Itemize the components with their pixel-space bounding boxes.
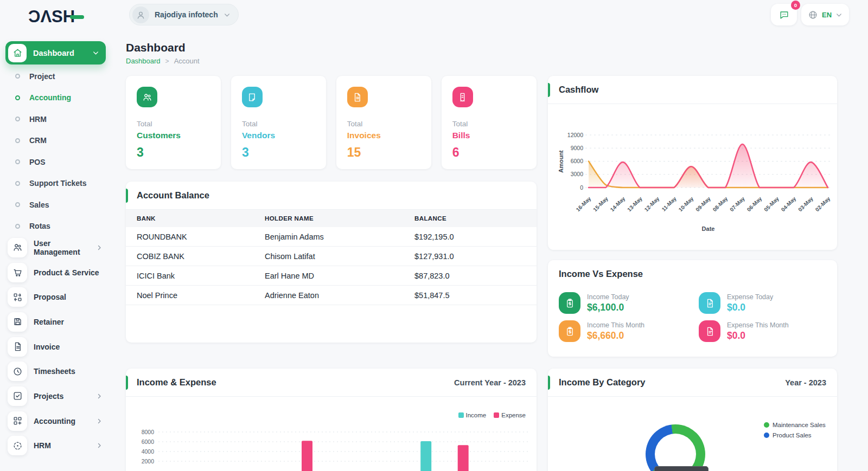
messages-button[interactable]: 0: [771, 4, 797, 25]
svg-text:Date: Date: [702, 225, 715, 232]
table-cell: Chisom Latifat: [260, 247, 410, 266]
sidebar-item-invoice[interactable]: Invoice: [0, 334, 117, 359]
ive-value: $0.0: [727, 330, 789, 341]
table-cell: COBIZ BANK: [126, 247, 260, 266]
legend-item-product-sales[interactable]: Product Sales: [764, 432, 826, 438]
sidebar-item-dashboard[interactable]: Dashboard: [5, 41, 106, 64]
ive-item-income-today: Income Today$6,100.0: [559, 292, 699, 314]
ive-label: Income Today: [587, 293, 629, 301]
bullet-ring-icon: [15, 138, 20, 143]
chevron-down-icon: [92, 49, 99, 56]
workspace-dropdown[interactable]: Rajodiya infotech: [129, 4, 239, 25]
expense-file-icon: [699, 320, 720, 342]
sidebar-subitem-sales[interactable]: Sales: [0, 194, 117, 216]
svg-text:10-May: 10-May: [678, 195, 695, 212]
svg-text:9000: 9000: [571, 145, 584, 151]
stat-label: Invoices: [347, 131, 420, 140]
svg-text:6000: 6000: [571, 158, 584, 164]
table-cell: Adrienne Eaton: [260, 286, 410, 305]
ive-label: Expense Today: [727, 293, 773, 301]
sidebar-item-user-management[interactable]: User Management: [0, 235, 117, 260]
stat-label: Vendors: [242, 131, 315, 140]
sidebar-subitem-accounting[interactable]: Accounting: [0, 87, 117, 109]
stat-cards: TotalCustomers3TotalVendors3TotalInvoice…: [126, 76, 537, 169]
income-expense-card: Income & Expense Current Year - 2023 Inc…: [126, 369, 537, 471]
projects-icon: [8, 386, 27, 406]
income-by-category-card: Income By Category Year - 2023 Maintenan…: [548, 369, 837, 471]
invoice-file-icon: [347, 87, 368, 107]
retainer-icon: [8, 312, 27, 332]
sidebar-item-product-service[interactable]: Product & Service: [0, 260, 117, 285]
chevron-right-icon: [96, 393, 103, 399]
table-cell: $51,847.5: [410, 286, 537, 305]
ive-item-income-this-month: Income This Month$6,660.0: [559, 320, 699, 342]
table-cell: Noel Prince: [126, 286, 260, 305]
sidebar-subitem-hrm[interactable]: HRM: [0, 108, 117, 130]
table-row: Noel PrinceAdrienne Eaton$51,847.5: [126, 286, 537, 305]
donut-hole: [655, 434, 696, 471]
stat-value: 3: [242, 145, 315, 160]
app-logo[interactable]: ƆΛSH: [28, 7, 85, 27]
income-by-category-title: Income By Category: [559, 377, 646, 388]
sidebar-item-proposal[interactable]: Proposal: [0, 285, 117, 309]
svg-text:16-May: 16-May: [575, 195, 592, 212]
breadcrumb-account: Account: [174, 57, 200, 65]
svg-text:13-May: 13-May: [626, 195, 643, 212]
svg-text:03-May: 03-May: [797, 195, 814, 212]
sidebar-subitem-project[interactable]: Project: [0, 66, 117, 87]
svg-text:11-May: 11-May: [661, 195, 678, 212]
table-cell: ICICI Bank: [126, 266, 260, 286]
sidebar-subitem-rotas[interactable]: Rotas: [0, 216, 117, 237]
chevron-down-icon: [224, 11, 231, 18]
svg-text:08-May: 08-May: [712, 195, 729, 212]
stat-card-vendors: TotalVendors3: [231, 76, 326, 169]
sidebar-item-retainer[interactable]: Retainer: [0, 309, 117, 334]
cashflow-chart[interactable]: 03000600090001200016-May15-May14-May13-M…: [548, 108, 837, 250]
svg-text:2000: 2000: [142, 458, 155, 464]
sidebar-item-timesheets[interactable]: Timesheets: [0, 359, 117, 384]
cart-icon: [8, 263, 27, 282]
sidebar-item-accounting[interactable]: Accounting: [0, 409, 117, 434]
income-vs-expense-card: Income Vs Expense Income Today$6,100.0Ex…: [548, 260, 837, 357]
sidebar-item-projects[interactable]: Projects: [0, 384, 117, 409]
sidebar-submenu: ProjectAccountingHRMCRMPOSSupport Ticket…: [0, 66, 117, 237]
ive-value: $6,660.0: [587, 330, 644, 341]
table-row: ROUNDBANKBenjamin Adams$192,195.0: [126, 227, 537, 247]
stat-value: 3: [137, 145, 210, 160]
cashflow-card: Cashflow 03000600090001200016-May15-May1…: [548, 76, 837, 250]
workspace-name: Rajodiya infotech: [155, 10, 218, 19]
note-icon: [242, 87, 263, 107]
legend-item-maintenance-sales[interactable]: Maintenance Sales: [764, 422, 826, 428]
breadcrumb-dashboard[interactable]: Dashboard: [126, 57, 161, 65]
logo-letter: S: [52, 7, 63, 27]
users-icon: [8, 238, 27, 257]
account-balance-title: Account Balance: [137, 190, 209, 201]
language-dropdown[interactable]: EN: [801, 4, 849, 25]
donut-chart[interactable]: [646, 424, 705, 471]
svg-text:8000: 8000: [142, 429, 155, 435]
logo-letter: Λ: [40, 7, 52, 27]
sidebar-subitem-crm[interactable]: CRM: [0, 130, 117, 152]
chevron-down-icon: [835, 11, 843, 18]
income-expense-chart[interactable]: 2000400060008000: [126, 369, 537, 471]
sidebar-subitem-pos[interactable]: POS: [0, 151, 117, 173]
ive-label: Expense This Month: [727, 321, 789, 329]
ive-value: $0.0: [727, 302, 773, 313]
sidebar-item-hrm[interactable]: HRM: [0, 434, 117, 459]
bullet-ring-icon: [15, 224, 20, 229]
bullet-ring-icon: [15, 117, 20, 121]
svg-text:Amount: Amount: [558, 150, 564, 173]
legend-dot: [764, 433, 769, 438]
bullet-ring-icon: [15, 202, 20, 207]
stat-prefix: Total: [242, 120, 315, 128]
bill-icon: [452, 87, 473, 107]
accounting-icon: [8, 411, 27, 431]
svg-text:04-May: 04-May: [780, 195, 797, 212]
bullet-ring-icon: [15, 159, 20, 164]
column-header: HOLDER NAME: [260, 210, 410, 227]
invoice-icon: [8, 337, 27, 357]
sidebar-modules: User ManagementProduct & ServiceProposal…: [0, 235, 117, 458]
app-root: { "brand": {"name": "DASH", "accent_colo…: [0, 0, 868, 471]
breadcrumb-separator: >: [165, 57, 169, 65]
sidebar-subitem-support-tickets[interactable]: Support Tickets: [0, 173, 117, 195]
